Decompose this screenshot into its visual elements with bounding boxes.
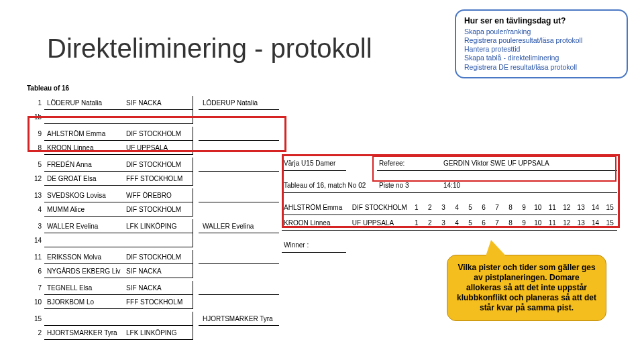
match-detail: Värja U15 DamerReferee:GERDIN Viktor SWE…: [282, 156, 617, 253]
table-row: 11ERIKSSON MolvaDIF STOCKHOLM: [27, 250, 279, 264]
piste-label: Piste no 3: [377, 178, 441, 193]
referee-label: Referee:: [377, 156, 441, 171]
event-name: Värja U15 Damer: [282, 156, 346, 171]
info-l4: Skapa tablå - direkteliminering: [464, 54, 619, 62]
callout-text: Vilka pister och tider som gäller ges av…: [457, 263, 596, 312]
referee-name: GERDIN Viktor SWE UF UPPSALA: [441, 156, 617, 171]
page-title: Direkteliminering - protokoll: [47, 34, 372, 64]
info-l2: Registrera pouleresultat/läsa protokoll: [464, 36, 619, 45]
info-l1: Skapa pouler/ranking: [464, 27, 619, 36]
info-box: Hur ser en tävlingsdag ut? Skapa pouler/…: [455, 9, 628, 78]
info-l3: Hantera protesttid: [464, 45, 619, 54]
table-row: KROON LinneaUF UPPSALA 12345678910111213…: [282, 215, 617, 231]
tableau-label: Tableau of 16, match No 02: [282, 178, 377, 193]
table-row: 15HJORTSMARKER Tyra: [27, 312, 279, 326]
callout-tail-icon: [484, 240, 510, 260]
table-row: 12DE GROAT ElsaFFF STOCKHOLM: [27, 172, 279, 186]
callout: Vilka pister och tider som gäller ges av…: [447, 255, 606, 321]
table-row: AHLSTRÖM EmmaDIF STOCKHOLM 1234567891011…: [282, 200, 617, 215]
table-row: 10BJORKBOM LoFFF STOCKHOLM: [27, 295, 279, 309]
bracket: Tableau of 16 1LÖDERUP NataliaSIF NACKAL…: [27, 84, 279, 340]
table-row: 1b: [27, 110, 279, 124]
table-row: 5FREDÉN AnnaDIF STOCKHOLM: [27, 158, 279, 172]
table-row: 2HJORTSMARKER TyraLFK LINKÖPING: [27, 326, 279, 340]
table-row: 9AHLSTRÖM EmmaDIF STOCKHOLM: [27, 127, 279, 141]
table-row: 8KROON LinneaUF UPPSALA: [27, 141, 279, 155]
info-heading: Hur ser en tävlingsdag ut?: [464, 16, 619, 25]
info-l5: Registrera DE resultat/läsa protokoll: [464, 63, 619, 72]
bracket-header: Tableau of 16: [27, 84, 279, 92]
bracket-table: 1LÖDERUP NataliaSIF NACKALÖDERUP Natalia…: [27, 96, 279, 340]
table-row: 1LÖDERUP NataliaSIF NACKALÖDERUP Natalia: [27, 96, 279, 110]
score-table: AHLSTRÖM EmmaDIF STOCKHOLM 1234567891011…: [282, 200, 617, 231]
table-row: 13SVEDSKOG LovisaWFF ÖREBRO: [27, 188, 279, 202]
table-row: 14: [27, 233, 279, 247]
table-row: 4MUMM AliceDIF STOCKHOLM: [27, 202, 279, 217]
table-row: 6NYGÅRDS EKBERG LivSIF NACKA: [27, 264, 279, 278]
winner-label: Winner :: [282, 237, 346, 253]
match-time: 14:10: [441, 178, 617, 193]
table-row: 7TEGNELL ElsaSIF NACKA: [27, 281, 279, 295]
table-row: 3WALLER EvelinaLFK LINKÖPINGWALLER Eveli…: [27, 219, 279, 233]
